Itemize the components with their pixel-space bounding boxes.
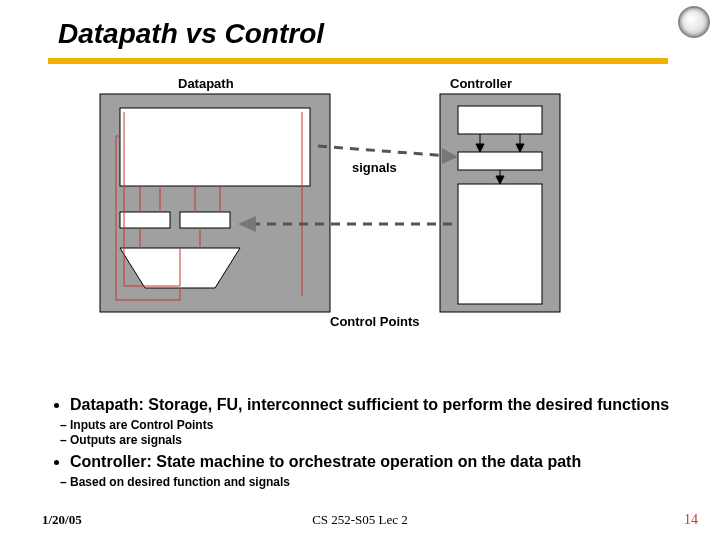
title-underline [48, 58, 668, 64]
bullet-list: Datapath: Storage, FU, interconnect suff… [52, 396, 672, 495]
svg-rect-2 [120, 212, 170, 228]
signals-label: signals [352, 160, 397, 175]
diagram-svg [80, 76, 640, 336]
datapath-label: Datapath [178, 76, 234, 91]
svg-rect-15 [458, 184, 542, 304]
svg-rect-1 [120, 108, 310, 186]
berkeley-seal-icon [678, 6, 710, 38]
datapath-controller-diagram: Datapath Controller signals Control Poin… [80, 76, 640, 336]
bullet-controller: Controller: State machine to orchestrate… [70, 453, 672, 470]
svg-line-22 [318, 146, 448, 156]
control-points-label: Control Points [330, 314, 420, 329]
svg-rect-13 [458, 106, 542, 134]
slide-title: Datapath vs Control [58, 18, 324, 50]
bullet-datapath: Datapath: Storage, FU, interconnect suff… [70, 396, 672, 413]
svg-rect-14 [458, 152, 542, 170]
bullet-controller-sub1: Based on desired function and signals [70, 476, 672, 489]
bullet-datapath-sub2: Outputs are signals [70, 434, 672, 447]
controller-label: Controller [450, 76, 512, 91]
footer-center: CS 252-S05 Lec 2 [0, 512, 720, 528]
footer-page: 14 [684, 512, 698, 528]
svg-rect-3 [180, 212, 230, 228]
bullet-datapath-sub1: Inputs are Control Points [70, 419, 672, 432]
